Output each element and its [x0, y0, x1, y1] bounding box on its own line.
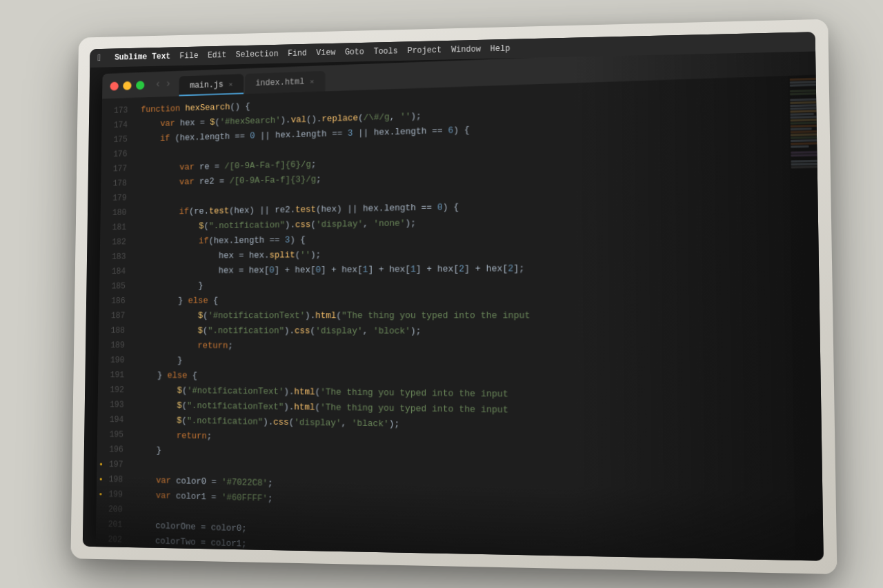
menu-selection[interactable]: Selection: [236, 49, 279, 59]
line-num-173: 173: [102, 103, 136, 119]
tab-index-html-label: index.html: [255, 77, 304, 88]
traffic-lights: [110, 80, 144, 90]
tab-close-icon[interactable]: ✕: [228, 80, 232, 88]
code-content[interactable]: function hexSearch() { var hex = $('#hex…: [130, 75, 795, 560]
gutter: 173 174 175 176 177 178 179 180 181 182 …: [96, 97, 136, 547]
close-button[interactable]: [110, 81, 118, 90]
line-num-190: 190: [98, 352, 132, 367]
line-num-196: 196: [97, 442, 132, 458]
line-num-193: 193: [98, 397, 132, 412]
menu-help[interactable]: Help: [490, 43, 510, 53]
menu-sublime-text[interactable]: Sublime Text: [115, 52, 170, 62]
menu-window[interactable]: Window: [451, 44, 481, 54]
line-num-199: 199: [97, 487, 131, 503]
menu-goto[interactable]: Goto: [345, 47, 364, 57]
line-num-176: 176: [101, 146, 135, 161]
line-num-191: 191: [98, 367, 132, 383]
menu-project[interactable]: Project: [407, 45, 442, 56]
screen-bezel:  Sublime Text File Edit Selection Find …: [83, 32, 824, 560]
line-num-189: 189: [99, 338, 133, 353]
line-num-201: 201: [96, 516, 130, 532]
minimap-content: [788, 73, 823, 172]
maximize-button[interactable]: [136, 80, 144, 89]
line-num-198: 198: [97, 472, 131, 487]
line-num-177: 177: [101, 161, 135, 176]
line-num-184: 184: [99, 264, 133, 279]
forward-arrow-icon[interactable]: ›: [165, 77, 171, 90]
code-line-187: $('#notificationText').html("The thing y…: [138, 307, 791, 324]
line-num-197: 197: [97, 456, 131, 472]
tabs-area: main.js ✕ index.html ✕: [179, 65, 327, 96]
line-num-180: 180: [101, 205, 135, 220]
menu-tools[interactable]: Tools: [374, 46, 398, 56]
line-num-179: 179: [101, 190, 135, 205]
menu-edit[interactable]: Edit: [208, 50, 227, 60]
line-num-188: 188: [99, 323, 133, 338]
code-area: 173 174 175 176 177 178 179 180 181 182 …: [96, 73, 824, 560]
line-num-175: 175: [101, 132, 135, 147]
line-num-194: 194: [97, 412, 132, 427]
tab-main-js-label: main.js: [190, 80, 224, 90]
line-num-182: 182: [100, 234, 134, 250]
tab-close-icon-2[interactable]: ✕: [310, 77, 314, 85]
menu-find[interactable]: Find: [288, 48, 307, 58]
laptop-outer:  Sublime Text File Edit Selection Find …: [70, 19, 837, 574]
line-num-202: 202: [96, 531, 130, 548]
back-arrow-icon[interactable]: ‹: [155, 78, 161, 90]
line-num-178: 178: [101, 176, 135, 191]
line-num-192: 192: [98, 382, 132, 397]
tab-main-js[interactable]: main.js ✕: [179, 74, 244, 96]
apple-menu-icon[interactable]: : [97, 52, 103, 63]
line-num-200: 200: [96, 501, 130, 517]
line-num-195: 195: [97, 427, 132, 443]
editor-window: ‹ › main.js ✕ index.html ✕: [96, 45, 824, 560]
menu-file[interactable]: File: [179, 51, 198, 61]
line-num-185: 185: [99, 278, 133, 294]
code-line-186: } else {: [139, 291, 792, 308]
line-num-186: 186: [99, 294, 133, 309]
minimize-button[interactable]: [123, 81, 131, 90]
line-num-187: 187: [99, 308, 132, 323]
tab-index-html[interactable]: index.html ✕: [245, 70, 326, 93]
line-num-181: 181: [100, 220, 134, 235]
line-num-174: 174: [101, 117, 135, 133]
menu-view[interactable]: View: [316, 48, 335, 57]
code-line-188: $(".notification").css('display', 'block…: [138, 323, 792, 341]
line-num-203: 203: [96, 547, 130, 561]
line-num-183: 183: [100, 249, 134, 264]
nav-arrows: ‹ ›: [155, 77, 171, 90]
